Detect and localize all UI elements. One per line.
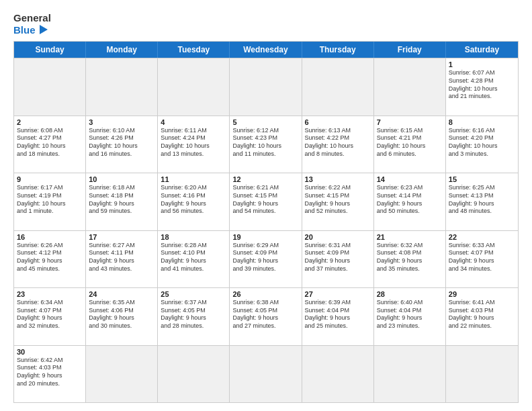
- header-cell-thursday: Thursday: [302, 42, 374, 58]
- day-number: 16: [17, 233, 83, 241]
- table-row: [374, 346, 446, 402]
- table-row: 4Sunrise: 6:11 AM Sunset: 4:24 PM Daylig…: [158, 116, 230, 173]
- day-number: 15: [449, 175, 515, 183]
- table-row: 27Sunrise: 6:39 AM Sunset: 4:04 PM Dayli…: [302, 288, 374, 345]
- table-row: 28Sunrise: 6:40 AM Sunset: 4:04 PM Dayli…: [374, 288, 446, 345]
- table-row: 9Sunrise: 6:17 AM Sunset: 4:19 PM Daylig…: [14, 173, 86, 230]
- day-info: Sunrise: 6:33 AM Sunset: 4:07 PM Dayligh…: [449, 242, 515, 273]
- day-number: 2: [17, 118, 83, 126]
- day-number: 9: [17, 175, 83, 183]
- day-info: Sunrise: 6:26 AM Sunset: 4:12 PM Dayligh…: [17, 242, 83, 273]
- calendar-week-4: 23Sunrise: 6:34 AM Sunset: 4:07 PM Dayli…: [14, 287, 518, 345]
- logo-blue: Blue: [13, 24, 36, 36]
- header-cell-monday: Monday: [86, 42, 158, 58]
- table-row: [302, 346, 374, 402]
- table-row: 6Sunrise: 6:13 AM Sunset: 4:22 PM Daylig…: [302, 116, 374, 173]
- day-number: 28: [377, 290, 443, 298]
- calendar-week-5: 30Sunrise: 6:42 AM Sunset: 4:03 PM Dayli…: [14, 345, 518, 402]
- day-info: Sunrise: 6:23 AM Sunset: 4:14 PM Dayligh…: [377, 184, 443, 216]
- day-info: Sunrise: 6:10 AM Sunset: 4:26 PM Dayligh…: [89, 127, 154, 158]
- day-number: 13: [305, 175, 371, 183]
- day-info: Sunrise: 6:18 AM Sunset: 4:18 PM Dayligh…: [89, 184, 154, 216]
- table-row: [230, 58, 302, 115]
- day-info: Sunrise: 6:16 AM Sunset: 4:20 PM Dayligh…: [449, 127, 515, 158]
- table-row: [86, 58, 158, 115]
- table-row: 8Sunrise: 6:16 AM Sunset: 4:20 PM Daylig…: [446, 116, 518, 173]
- day-info: Sunrise: 6:21 AM Sunset: 4:15 PM Dayligh…: [232, 184, 298, 216]
- day-number: 4: [161, 118, 226, 126]
- header: General Blue: [13, 12, 519, 36]
- table-row: [446, 346, 518, 402]
- table-row: [14, 58, 86, 115]
- calendar: SundayMondayTuesdayWednesdayThursdayFrid…: [13, 41, 519, 403]
- table-row: 12Sunrise: 6:21 AM Sunset: 4:15 PM Dayli…: [230, 173, 302, 230]
- day-info: Sunrise: 6:35 AM Sunset: 4:06 PM Dayligh…: [89, 299, 154, 330]
- day-number: 23: [17, 290, 83, 298]
- calendar-week-0: 1Sunrise: 6:07 AM Sunset: 4:28 PM Daylig…: [14, 58, 518, 115]
- day-number: 27: [305, 290, 371, 298]
- day-number: 11: [161, 175, 226, 183]
- header-cell-friday: Friday: [374, 42, 446, 58]
- day-info: Sunrise: 6:40 AM Sunset: 4:04 PM Dayligh…: [377, 299, 443, 330]
- calendar-header-row: SundayMondayTuesdayWednesdayThursdayFrid…: [14, 42, 518, 58]
- header-cell-wednesday: Wednesday: [230, 42, 302, 58]
- day-number: 30: [17, 348, 83, 356]
- day-info: Sunrise: 6:13 AM Sunset: 4:22 PM Dayligh…: [305, 127, 371, 158]
- day-number: 5: [232, 118, 298, 126]
- table-row: 22Sunrise: 6:33 AM Sunset: 4:07 PM Dayli…: [446, 231, 518, 287]
- day-number: 29: [449, 290, 515, 298]
- day-info: Sunrise: 6:41 AM Sunset: 4:03 PM Dayligh…: [449, 299, 515, 330]
- table-row: 14Sunrise: 6:23 AM Sunset: 4:14 PM Dayli…: [374, 173, 446, 230]
- day-number: 19: [232, 233, 298, 241]
- day-info: Sunrise: 6:12 AM Sunset: 4:23 PM Dayligh…: [232, 127, 298, 158]
- table-row: 3Sunrise: 6:10 AM Sunset: 4:26 PM Daylig…: [86, 116, 158, 173]
- day-info: Sunrise: 6:42 AM Sunset: 4:03 PM Dayligh…: [17, 357, 83, 388]
- table-row: 25Sunrise: 6:37 AM Sunset: 4:05 PM Dayli…: [158, 288, 230, 345]
- day-number: 10: [89, 175, 154, 183]
- table-row: 24Sunrise: 6:35 AM Sunset: 4:06 PM Dayli…: [86, 288, 158, 345]
- day-info: Sunrise: 6:29 AM Sunset: 4:09 PM Dayligh…: [232, 242, 298, 273]
- table-row: 5Sunrise: 6:12 AM Sunset: 4:23 PM Daylig…: [230, 116, 302, 173]
- day-number: 14: [377, 175, 443, 183]
- logo-triangle-icon: [37, 24, 49, 36]
- table-row: 30Sunrise: 6:42 AM Sunset: 4:03 PM Dayli…: [14, 346, 86, 402]
- day-info: Sunrise: 6:32 AM Sunset: 4:08 PM Dayligh…: [377, 242, 443, 273]
- day-info: Sunrise: 6:34 AM Sunset: 4:07 PM Dayligh…: [17, 299, 83, 330]
- table-row: 17Sunrise: 6:27 AM Sunset: 4:11 PM Dayli…: [86, 231, 158, 287]
- day-info: Sunrise: 6:20 AM Sunset: 4:16 PM Dayligh…: [161, 184, 226, 216]
- table-row: [158, 58, 230, 115]
- header-cell-saturday: Saturday: [446, 42, 518, 58]
- day-number: 17: [89, 233, 154, 241]
- day-number: 21: [377, 233, 443, 241]
- table-row: 7Sunrise: 6:15 AM Sunset: 4:21 PM Daylig…: [374, 116, 446, 173]
- table-row: 18Sunrise: 6:28 AM Sunset: 4:10 PM Dayli…: [158, 231, 230, 287]
- table-row: [86, 346, 158, 402]
- table-row: 2Sunrise: 6:08 AM Sunset: 4:27 PM Daylig…: [14, 116, 86, 173]
- day-info: Sunrise: 6:17 AM Sunset: 4:19 PM Dayligh…: [17, 184, 83, 216]
- day-number: 25: [161, 290, 226, 298]
- table-row: 16Sunrise: 6:26 AM Sunset: 4:12 PM Dayli…: [14, 231, 86, 287]
- day-number: 3: [89, 118, 154, 126]
- day-number: 22: [449, 233, 515, 241]
- table-row: 29Sunrise: 6:41 AM Sunset: 4:03 PM Dayli…: [446, 288, 518, 345]
- day-info: Sunrise: 6:37 AM Sunset: 4:05 PM Dayligh…: [161, 299, 226, 330]
- svg-marker-0: [40, 25, 48, 34]
- table-row: 1Sunrise: 6:07 AM Sunset: 4:28 PM Daylig…: [446, 58, 518, 115]
- day-number: 26: [232, 290, 298, 298]
- page: General Blue SundayMondayTuesdayWednesda…: [0, 0, 532, 411]
- day-number: 12: [232, 175, 298, 183]
- logo: General Blue: [13, 12, 51, 36]
- day-number: 8: [449, 118, 515, 126]
- day-number: 7: [377, 118, 443, 126]
- day-info: Sunrise: 6:11 AM Sunset: 4:24 PM Dayligh…: [161, 127, 226, 158]
- day-info: Sunrise: 6:31 AM Sunset: 4:09 PM Dayligh…: [305, 242, 371, 273]
- table-row: 20Sunrise: 6:31 AM Sunset: 4:09 PM Dayli…: [302, 231, 374, 287]
- table-row: [230, 346, 302, 402]
- table-row: 19Sunrise: 6:29 AM Sunset: 4:09 PM Dayli…: [230, 231, 302, 287]
- day-info: Sunrise: 6:39 AM Sunset: 4:04 PM Dayligh…: [305, 299, 371, 330]
- day-number: 6: [305, 118, 371, 126]
- table-row: 10Sunrise: 6:18 AM Sunset: 4:18 PM Dayli…: [86, 173, 158, 230]
- table-row: 26Sunrise: 6:38 AM Sunset: 4:05 PM Dayli…: [230, 288, 302, 345]
- day-info: Sunrise: 6:38 AM Sunset: 4:05 PM Dayligh…: [232, 299, 298, 330]
- day-info: Sunrise: 6:22 AM Sunset: 4:15 PM Dayligh…: [305, 184, 371, 216]
